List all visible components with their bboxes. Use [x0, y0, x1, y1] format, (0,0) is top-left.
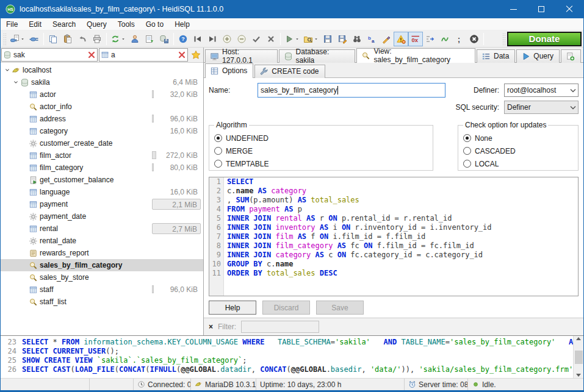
minimize-button[interactable] [499, 0, 527, 18]
toolbar-grip[interactable] [3, 33, 7, 45]
export-database-button[interactable] [142, 32, 157, 46]
chevron-down-icon[interactable] [3, 66, 12, 74]
tree-row-rewards-report[interactable]: rewards_report [1, 247, 203, 259]
refresh-button[interactable] [109, 32, 128, 46]
radio-icon[interactable] [463, 147, 471, 155]
load-sql-file-button[interactable] [301, 32, 320, 46]
chevron-down-icon[interactable] [568, 85, 578, 95]
print-button[interactable] [90, 32, 104, 46]
semicolon-button[interactable]: ; [452, 32, 467, 46]
go-first-button[interactable] [190, 32, 205, 46]
tree-row-language[interactable]: language16,0 KiB [1, 186, 203, 198]
tree-row-address[interactable]: address96,0 KiB [1, 113, 203, 125]
radio-temptable[interactable]: TEMPTABLE [214, 157, 428, 170]
view-sql-editor[interactable]: 1SELECT2c.name AS category3, SUM(p.amoun… [209, 177, 579, 296]
dropdown-caret-icon[interactable] [20, 37, 25, 41]
scroll-up-icon[interactable] [576, 337, 581, 340]
tree-row-staff-list[interactable]: staff_list [1, 296, 203, 308]
post-changes-button[interactable] [249, 32, 264, 46]
favorites-star-icon[interactable] [189, 48, 203, 62]
menu-item-query[interactable]: Query [81, 19, 112, 30]
delete-record-button[interactable] [234, 32, 249, 46]
tree-row-localhost[interactable]: localhost [1, 64, 203, 76]
log-scrollbar[interactable] [573, 336, 583, 378]
filter-input[interactable] [241, 321, 319, 333]
radio-icon[interactable] [214, 147, 222, 155]
stop-on-errors-button[interactable] [394, 32, 408, 46]
paste-button[interactable] [60, 32, 75, 46]
radio-icon[interactable] [214, 134, 222, 142]
menu-item-tools[interactable]: Tools [112, 19, 140, 30]
save-sql-as-button[interactable] [335, 32, 350, 46]
radio-icon[interactable] [463, 134, 471, 142]
stop-execution-button[interactable] [467, 32, 481, 46]
find-text-button[interactable] [350, 32, 364, 46]
close-filter-icon[interactable]: × [209, 323, 213, 331]
go-last-button[interactable] [205, 32, 220, 46]
indent-button[interactable] [423, 32, 438, 46]
save-button[interactable]: Save [316, 301, 364, 315]
clear-database-filter-icon[interactable] [87, 51, 96, 59]
radio-none[interactable]: None [463, 132, 573, 144]
radio-undefined[interactable]: UNDEFINED [214, 132, 428, 144]
tree-row-payment-date[interactable]: payment_date [1, 210, 203, 223]
chevron-down-icon[interactable] [12, 79, 20, 86]
dropdown-caret-icon[interactable] [295, 37, 300, 41]
menu-item-edit[interactable]: Edit [23, 19, 47, 30]
help-button[interactable]: Help [209, 301, 256, 315]
dropdown-caret-icon[interactable] [314, 37, 319, 41]
menu-item-help[interactable]: Help [169, 19, 195, 30]
tree-row-customer-create-date[interactable]: customer_create_date [1, 137, 203, 149]
copy-button[interactable] [46, 32, 60, 46]
tab-query[interactable]: Query [516, 49, 560, 63]
tree-row-sales-by-film-category[interactable]: sales_by_film_category [1, 259, 203, 271]
chevron-down-icon[interactable] [568, 102, 578, 112]
tree-row-actor[interactable]: actor32,0 KiB [1, 88, 203, 101]
menu-item-search[interactable]: Search [47, 19, 81, 30]
tab-host[interactable]: Host: 127.0.0.1 [205, 49, 278, 63]
tree-row-sakila[interactable]: sakila6,4 MiB [1, 76, 203, 88]
tab-view[interactable]: View: sales_by_film_category [356, 48, 475, 63]
dropdown-caret-icon[interactable] [121, 37, 126, 41]
tree-row-category[interactable]: category16,0 KiB [1, 125, 203, 137]
database-filter-input[interactable]: sak [1, 48, 98, 62]
undo-button[interactable] [75, 32, 90, 46]
tree-row-film-category[interactable]: film_category80,0 KiB [1, 162, 203, 174]
scrollbar-thumb[interactable] [575, 351, 583, 364]
tree-row-rental[interactable]: rental2,7 MiB [1, 223, 203, 235]
sql-log-panel[interactable]: 23SELECT * FROM information_schema.KEY_C… [1, 335, 583, 378]
tree-row-payment[interactable]: payment2,1 MiB [1, 198, 203, 210]
radio-icon[interactable] [463, 160, 471, 168]
tab-database[interactable]: Database: sakila [279, 49, 356, 63]
tree-row-actor-info[interactable]: actor_info [1, 101, 203, 113]
tab-new-query[interactable] [561, 49, 581, 63]
discard-button[interactable]: Discard [262, 301, 310, 315]
disconnect-button[interactable] [27, 32, 41, 46]
sql-security-dropdown[interactable]: Definer [504, 101, 579, 114]
tree-row-film-actor[interactable]: film_actor272,0 KiB [1, 149, 203, 162]
tree-row-get-customer-balance[interactable]: get_customer_balance [1, 174, 203, 186]
clear-table-filter-icon[interactable] [178, 51, 186, 59]
menu-item-go-to[interactable]: Go to [140, 19, 169, 30]
tab-data[interactable]: Data [477, 49, 515, 63]
reformat-sql-button[interactable] [379, 32, 394, 46]
tree-row-sales-by-store[interactable]: sales_by_store [1, 271, 203, 283]
maximize-button[interactable] [527, 0, 555, 18]
user-manager-button[interactable] [128, 32, 142, 46]
tree-row-staff[interactable]: staff96,0 KiB [1, 283, 203, 296]
close-button[interactable] [555, 0, 583, 18]
radio-icon[interactable] [214, 160, 222, 168]
execute-sql-button[interactable] [283, 32, 301, 46]
definer-combobox[interactable]: root@localhost [504, 84, 579, 97]
view-binary-as-hex-button[interactable]: 0x [408, 32, 423, 46]
save-sql-button[interactable] [320, 32, 335, 46]
tree-row-rental-date[interactable]: rental_date [1, 235, 203, 247]
replace-text-button[interactable]: ba [364, 32, 379, 46]
cancel-editing-button[interactable] [264, 32, 278, 46]
donate-button[interactable]: Donate [507, 32, 582, 46]
menu-item-file[interactable]: File [1, 19, 23, 30]
save-data-button[interactable] [157, 32, 171, 46]
bind-parameters-button[interactable] [438, 32, 452, 46]
subtab-options[interactable]: Options [205, 63, 253, 78]
session-manager-button[interactable] [8, 32, 27, 46]
